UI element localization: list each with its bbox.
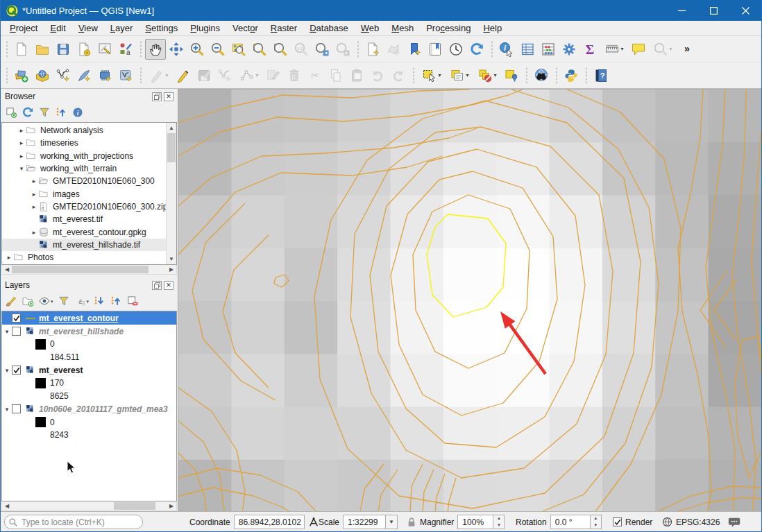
toolbar-grip[interactable]: [137, 67, 144, 85]
browser-item-gmted2010n10e060-300[interactable]: ▸GMTED2010N10E060_300: [2, 175, 166, 187]
maximize-button[interactable]: [697, 0, 729, 21]
toolbar-grip[interactable]: [355, 40, 361, 58]
dropdown-arrow-icon[interactable]: ▾: [165, 72, 168, 78]
save-project[interactable]: [53, 39, 74, 60]
collapse-arrow-icon[interactable]: ▾: [17, 165, 26, 172]
crs-status-label[interactable]: EPSG:4326: [676, 517, 720, 527]
browser-item-timeseries[interactable]: ▸timeseries: [2, 137, 166, 149]
layer-item-mt-everest-hillshade[interactable]: ▾mt_everest_hillshade: [2, 325, 176, 338]
remove-layer[interactable]: [126, 295, 139, 309]
layer-visibility-checkbox[interactable]: [12, 366, 21, 375]
menu-view[interactable]: View: [72, 22, 104, 35]
browser-item-mt-everest-contour-gpkg[interactable]: ▸mt_everest_contour.gpkg: [2, 225, 166, 238]
map-canvas[interactable]: [178, 89, 761, 511]
toolbar-grip[interactable]: [137, 40, 144, 58]
toolbar-grip[interactable]: [3, 67, 10, 85]
browser-vscrollbar[interactable]: ▲ ▼: [166, 123, 176, 264]
rotation-spinner[interactable]: ▲▼: [591, 515, 602, 529]
menu-edit[interactable]: Edit: [44, 22, 71, 35]
manage-map-themes[interactable]: ▾: [38, 295, 53, 309]
zoom-out[interactable]: [208, 39, 228, 60]
layers-hscrollbar[interactable]: ◀ ▶: [1, 501, 177, 511]
collapse-all[interactable]: [55, 106, 67, 121]
menu-processing[interactable]: Processing: [420, 22, 477, 35]
python-console[interactable]: [561, 65, 582, 86]
menu-layer[interactable]: Layer: [104, 22, 139, 35]
expand-arrow-icon[interactable]: ▸: [17, 153, 26, 160]
open-project[interactable]: [32, 39, 53, 60]
new-spatialite-layer[interactable]: [74, 65, 94, 86]
show-statistics[interactable]: Σ: [579, 39, 600, 60]
select-features[interactable]: ▾: [418, 65, 446, 86]
scroll-up-icon[interactable]: ▲: [167, 123, 176, 133]
properties[interactable]: i: [71, 106, 84, 121]
close-panel-icon[interactable]: ✕: [164, 92, 173, 101]
pan-map[interactable]: [145, 39, 166, 60]
scale-dropdown-icon[interactable]: ▼: [386, 515, 398, 529]
new-print-layout[interactable]: [74, 39, 94, 60]
show-spatial-bookmarks[interactable]: [425, 39, 446, 60]
render-checkbox[interactable]: [613, 517, 622, 526]
new-shapefile-layer[interactable]: [53, 65, 74, 86]
new-project[interactable]: [11, 39, 32, 60]
deselect-features[interactable]: ▾: [473, 65, 501, 86]
expand-arrow-icon[interactable]: ▸: [30, 178, 38, 185]
scroll-left-icon[interactable]: ◀: [2, 503, 12, 509]
expand-arrow-icon[interactable]: ▸: [5, 254, 13, 261]
layer-item-mt-everest[interactable]: ▾mt_everest: [2, 363, 176, 377]
measure-line[interactable]: ▾: [600, 39, 628, 60]
rotation-input[interactable]: 0.0 °: [550, 515, 591, 529]
processing-toolbox[interactable]: [559, 39, 579, 60]
menu-web[interactable]: Web: [355, 22, 386, 35]
collapse-arrow-icon[interactable]: ▾: [2, 406, 12, 413]
close-button[interactable]: [729, 0, 761, 21]
dropdown-arrow-icon[interactable]: ▾: [493, 72, 496, 78]
new-geopackage-layer[interactable]: [115, 65, 136, 86]
layer-item-mt-everest-contour[interactable]: mt_everest_contour: [2, 311, 176, 325]
metasearch[interactable]: [531, 65, 552, 86]
extents-icon[interactable]: [308, 517, 319, 528]
toolbar-grip[interactable]: [583, 67, 589, 85]
expand-arrow-icon[interactable]: ▸: [30, 229, 38, 236]
open-layer-styling[interactable]: [5, 295, 17, 309]
map-tips[interactable]: [628, 39, 649, 60]
filter-browser[interactable]: [38, 106, 51, 121]
layer-visibility-checkbox[interactable]: [12, 314, 21, 323]
menu-raster[interactable]: Raster: [264, 22, 303, 35]
menu-project[interactable]: Project: [3, 22, 44, 35]
browser-item-gmted2010n10e060-300-zip[interactable]: ▸GMTED2010N10E060_300.zip: [2, 200, 166, 213]
menu-database[interactable]: Database: [303, 22, 355, 35]
temporal-controller[interactable]: [446, 39, 466, 60]
menu-help[interactable]: Help: [477, 22, 508, 35]
globe-icon[interactable]: [662, 517, 672, 527]
browser-item-working-with-projections[interactable]: ▸working_with_projections: [2, 150, 166, 162]
menu-mesh[interactable]: Mesh: [385, 22, 420, 35]
collapse-all[interactable]: [110, 295, 122, 309]
menu-settings[interactable]: Settings: [139, 22, 184, 35]
statistical-summary[interactable]: [538, 39, 559, 60]
scale-input[interactable]: 1:32299: [343, 515, 386, 529]
browser-item-working-with-terrain[interactable]: ▾working_with_terrain: [2, 162, 166, 175]
scroll-down-icon[interactable]: ▼: [167, 254, 176, 264]
refresh-map[interactable]: [466, 39, 487, 60]
browser-item-images[interactable]: ▸images: [2, 187, 166, 200]
add-layer[interactable]: [32, 65, 53, 86]
toolbar-grip[interactable]: [523, 67, 530, 85]
expand-arrow-icon[interactable]: ▸: [17, 127, 26, 134]
toolbar-grip[interactable]: [3, 40, 10, 58]
dropdown-arrow-icon[interactable]: ▾: [438, 72, 441, 78]
dropdown-arrow-icon[interactable]: ▾: [669, 46, 672, 52]
select-by-location[interactable]: [501, 65, 522, 86]
menu-plugins[interactable]: Plugins: [184, 22, 226, 35]
zoom-full[interactable]: [228, 39, 249, 60]
magnifier-spinner[interactable]: ▲▼: [493, 515, 505, 529]
toolbar-grip[interactable]: [553, 67, 559, 85]
pan-to-selection[interactable]: [166, 39, 187, 60]
layer-visibility-checkbox[interactable]: [12, 327, 21, 336]
help[interactable]: ?: [591, 65, 611, 86]
style-manager[interactable]: a: [115, 39, 136, 60]
collapse-arrow-icon[interactable]: ▾: [2, 367, 12, 374]
new-map-view[interactable]: [362, 39, 383, 60]
dropdown-arrow-icon[interactable]: ▾: [51, 299, 53, 304]
new-virtual-layer[interactable]: [94, 65, 115, 86]
